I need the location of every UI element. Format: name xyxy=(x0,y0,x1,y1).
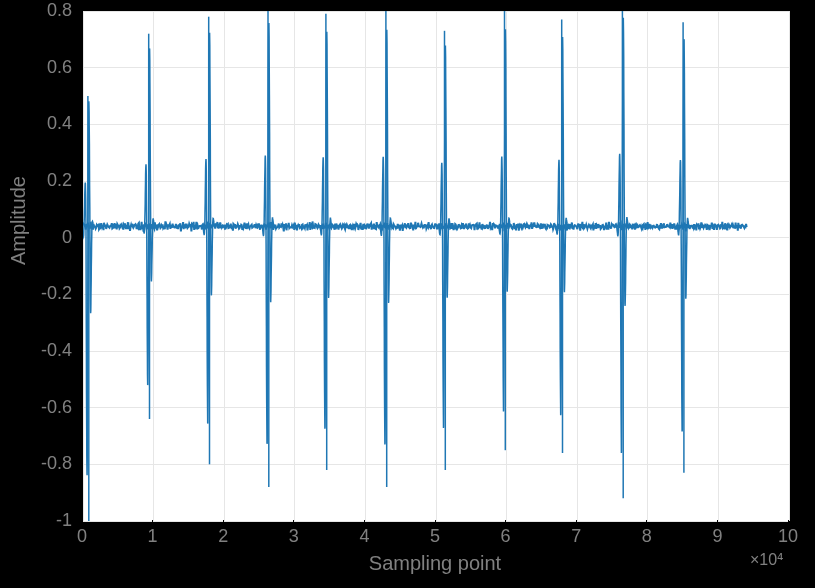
y-tick-label: -0.6 xyxy=(0,396,72,417)
x-tick-label: 6 xyxy=(501,526,511,547)
y-tick-label: -0.2 xyxy=(0,283,72,304)
x-tick-label: 9 xyxy=(712,526,722,547)
x-tick-label: 10 xyxy=(778,526,798,547)
x-tick-label: 2 xyxy=(218,526,228,547)
x-tick-label: 0 xyxy=(77,526,87,547)
x-tick-label: 3 xyxy=(289,526,299,547)
x-tick-label: 7 xyxy=(571,526,581,547)
x-exponent-label: ×10⁴ xyxy=(750,550,783,569)
x-tick-label: 5 xyxy=(430,526,440,547)
signal-svg xyxy=(83,11,789,521)
x-axis-label: Sampling point xyxy=(369,552,501,575)
y-axis-label: Amplitude xyxy=(7,176,30,265)
y-tick-label: -0.4 xyxy=(0,340,72,361)
y-tick-label: -1 xyxy=(0,510,72,531)
x-tick-label: 4 xyxy=(359,526,369,547)
y-tick-label: 0.4 xyxy=(0,113,72,134)
y-tick-label: 0.8 xyxy=(0,0,72,21)
y-tick-label: 0.6 xyxy=(0,56,72,77)
x-tick-label: 8 xyxy=(642,526,652,547)
y-tick-label: -0.8 xyxy=(0,453,72,474)
x-tick-label: 1 xyxy=(148,526,158,547)
baseline-noise xyxy=(83,221,747,231)
plot-area xyxy=(82,10,790,522)
